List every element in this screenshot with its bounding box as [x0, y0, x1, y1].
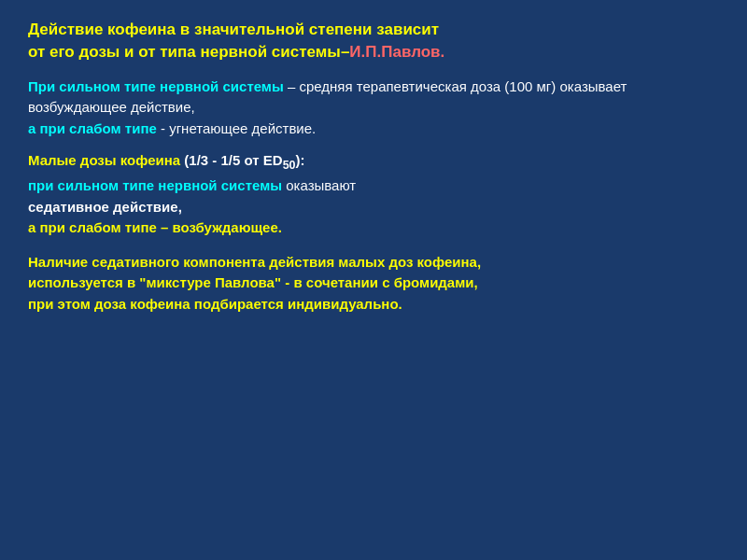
para1-strong-type: При сильном типе нервной системы	[28, 78, 284, 94]
para2-sedative: седативное действие,	[28, 199, 182, 215]
slide-container: Действие кофеина в значительной степени …	[0, 0, 747, 560]
para3-line2: используется в "микстуре Павлова" - в со…	[28, 274, 478, 290]
title-line2-normal: от его дозы и от типа нервной системы	[28, 43, 341, 61]
para2-line1-rest: оказывают	[282, 177, 356, 193]
para3-line3: при этом доза кофеина подбирается индиви…	[28, 296, 402, 312]
title-section: Действие кофеина в значительной степени …	[28, 19, 719, 63]
title-author: И.П.Павлов.	[349, 43, 444, 61]
title-dash: –	[341, 43, 349, 61]
para2-title-dose: (1/3 - 1/5 от ED	[180, 152, 283, 168]
para1-weak-type: а при слабом типе	[28, 120, 157, 136]
para2-line3-rest: возбуждающее.	[168, 219, 282, 235]
para3-line1: Наличие седативного компонента действия …	[28, 254, 481, 270]
para1-rest2: - угнетающее действие.	[157, 120, 316, 136]
para2-title-label: Малые дозы кофеина	[28, 152, 180, 168]
para1-section: При сильном типе нервной системы – средн…	[28, 77, 719, 140]
para2-title-end: ):	[296, 152, 305, 168]
para3-section: Наличие седативного компонента действия …	[28, 252, 719, 315]
title-line1: Действие кофеина в значительной степени …	[28, 21, 439, 38]
para2-title-sub: 50	[283, 152, 296, 168]
para2-title: Малые дозы кофеина (1/3 - 1/5 от ED50):	[28, 152, 719, 172]
para2-strong-type: при сильном типе нервной системы	[28, 177, 282, 193]
para2-body: при сильном типе нервной системы оказыва…	[28, 175, 719, 239]
para2-weak-type: а при слабом типе –	[28, 219, 168, 235]
para2-section: Малые дозы кофеина (1/3 - 1/5 от ED50): …	[28, 152, 719, 239]
